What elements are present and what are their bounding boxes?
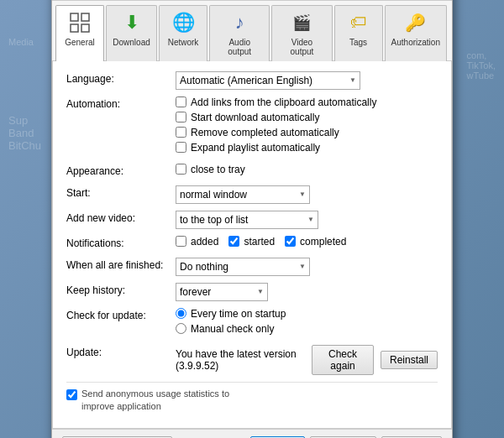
add-video-select[interactable]: to the top of list ▼ xyxy=(176,211,318,229)
start-select-arrow: ▼ xyxy=(299,190,306,198)
toolbar: General ⬇ Download 🌐 Network ♪ Audio out… xyxy=(52,1,452,61)
keep-history-label: Keep history: xyxy=(66,283,176,296)
start-value: normal window xyxy=(180,189,247,201)
update-label: Update: xyxy=(66,345,176,358)
notif-checks: added started completed xyxy=(176,236,438,251)
check-update-row: Check for update: Every time on startup … xyxy=(66,308,438,338)
when-finished-select[interactable]: Do nothing ▼ xyxy=(176,258,310,276)
auto-check-2: Remove completed automatically xyxy=(176,127,438,138)
update-radio-1: Manual check only xyxy=(176,323,438,335)
start-control: normal window ▼ xyxy=(176,185,438,204)
audio-icon: ♪ xyxy=(226,9,253,36)
language-select[interactable]: Automatic (American English) ▼ xyxy=(176,71,360,90)
automation-label: Automation: xyxy=(66,96,176,110)
reinstall-button[interactable]: Reinstall xyxy=(381,351,438,369)
tab-general[interactable]: General xyxy=(55,5,104,61)
anon-stats-checkbox[interactable] xyxy=(66,389,77,400)
anon-stats-row: Send anonymous usage statistics to impro… xyxy=(66,382,438,419)
when-finished-control: Do nothing ▼ xyxy=(176,258,438,276)
tab-auth-label: Authorization xyxy=(391,38,440,47)
add-video-select-arrow: ▼ xyxy=(307,216,314,223)
auto-check-3: Expand playlist automatically xyxy=(176,142,438,154)
general-icon xyxy=(66,9,93,36)
tab-general-label: General xyxy=(65,38,95,47)
tab-auth[interactable]: 🔑 Authorization xyxy=(385,5,447,61)
appearance-row: Appearance: close to tray xyxy=(66,164,438,179)
keep-history-select-arrow: ▼ xyxy=(257,288,264,295)
notif-check-2-input[interactable] xyxy=(285,236,296,247)
when-finished-label: When all are finished: xyxy=(66,258,176,271)
notif-check-1-input[interactable] xyxy=(228,236,239,247)
add-video-control: to the top of list ▼ xyxy=(176,211,438,229)
dialog-footer: Restore Defaults OK Cancel Apply xyxy=(52,429,452,438)
auto-check-1-input[interactable] xyxy=(176,112,186,123)
auto-check-1: Start download automatically xyxy=(176,112,438,123)
check-update-control: Every time on startup Manual check only xyxy=(176,308,438,338)
start-label: Start: xyxy=(66,185,176,199)
add-video-label: Add new video: xyxy=(66,211,176,224)
appearance-check-label: close to tray xyxy=(191,164,245,175)
when-finished-select-arrow: ▼ xyxy=(299,263,306,270)
tab-video[interactable]: 🎬 Video output xyxy=(271,5,332,61)
notif-check-2: completed xyxy=(285,236,346,248)
svg-rect-1 xyxy=(81,13,89,21)
auto-check-3-label: Expand playlist automatically xyxy=(191,142,320,154)
language-value: Automatic (American English) xyxy=(180,75,312,86)
tab-network-label: Network xyxy=(168,38,199,47)
download-icon: ⬇ xyxy=(118,9,145,36)
tab-video-label: Video output xyxy=(279,38,324,56)
tab-audio[interactable]: ♪ Audio output xyxy=(209,5,270,61)
update-radio-0-input[interactable] xyxy=(176,308,186,319)
language-control: Automatic (American English) ▼ xyxy=(176,71,438,90)
update-version-row: You have the latest version (3.9.9.52) C… xyxy=(176,345,438,375)
appearance-label: Appearance: xyxy=(66,164,176,177)
when-finished-row: When all are finished: Do nothing ▼ xyxy=(66,258,438,276)
update-version-text: You have the latest version (3.9.9.52) xyxy=(176,348,305,372)
tab-tags-label: Tags xyxy=(349,38,367,47)
tab-download[interactable]: ⬇ Download xyxy=(106,5,157,61)
svg-rect-2 xyxy=(71,24,78,32)
auto-check-1-label: Start download automatically xyxy=(191,112,319,123)
appearance-checkbox[interactable] xyxy=(176,164,186,175)
auto-check-3-input[interactable] xyxy=(176,142,186,153)
network-icon: 🌐 xyxy=(170,9,197,36)
update-radio-1-input[interactable] xyxy=(176,323,186,334)
keep-history-select[interactable]: forever ▼ xyxy=(176,283,268,301)
update-row: Update: You have the latest version (3.9… xyxy=(66,345,438,375)
auto-check-0-label: Add links from the clipboard automatical… xyxy=(191,96,376,108)
auto-check-0: Add links from the clipboard automatical… xyxy=(176,96,438,108)
notifications-row: Notifications: added started completed xyxy=(66,236,438,251)
update-radio-0-label: Every time on startup xyxy=(191,308,286,320)
auto-check-2-label: Remove completed automatically xyxy=(191,127,339,138)
appearance-check-row: close to tray xyxy=(176,164,438,175)
notifications-label: Notifications: xyxy=(66,236,176,249)
anon-stats-text: Send anonymous usage statistics to impro… xyxy=(81,388,229,414)
auto-check-2-input[interactable] xyxy=(176,127,186,138)
add-video-value: to the top of list xyxy=(180,214,248,226)
add-video-row: Add new video: to the top of list ▼ xyxy=(66,211,438,229)
when-finished-value: Do nothing xyxy=(180,261,228,273)
language-label: Language: xyxy=(66,71,176,85)
notif-check-0-input[interactable] xyxy=(176,236,186,247)
language-select-arrow: ▼ xyxy=(349,76,356,84)
check-update-label: Check for update: xyxy=(66,308,176,321)
keep-history-value: forever xyxy=(180,286,211,298)
anon-stats-line1: Send anonymous usage statistics to xyxy=(81,388,229,399)
notif-check-0: added xyxy=(176,236,218,248)
notif-check-2-label: completed xyxy=(300,236,346,248)
auto-check-0-input[interactable] xyxy=(176,96,186,107)
notif-check-1: started xyxy=(228,236,275,248)
notif-check-1-label: started xyxy=(244,236,275,248)
update-radio-1-label: Manual check only xyxy=(191,323,274,335)
tags-icon: 🏷 xyxy=(345,9,372,36)
tab-audio-label: Audio output xyxy=(217,38,262,56)
check-again-button[interactable]: Check again xyxy=(312,345,374,375)
tab-tags[interactable]: 🏷 Tags xyxy=(334,5,383,61)
tab-network[interactable]: 🌐 Network xyxy=(159,5,207,61)
update-control: You have the latest version (3.9.9.52) C… xyxy=(176,345,438,375)
main-content: Language: Automatic (American English) ▼… xyxy=(52,61,452,430)
automation-row: Automation: Add links from the clipboard… xyxy=(66,96,438,157)
start-select[interactable]: normal window ▼ xyxy=(176,185,310,204)
notifications-control: added started completed xyxy=(176,236,438,251)
svg-rect-0 xyxy=(71,13,78,21)
